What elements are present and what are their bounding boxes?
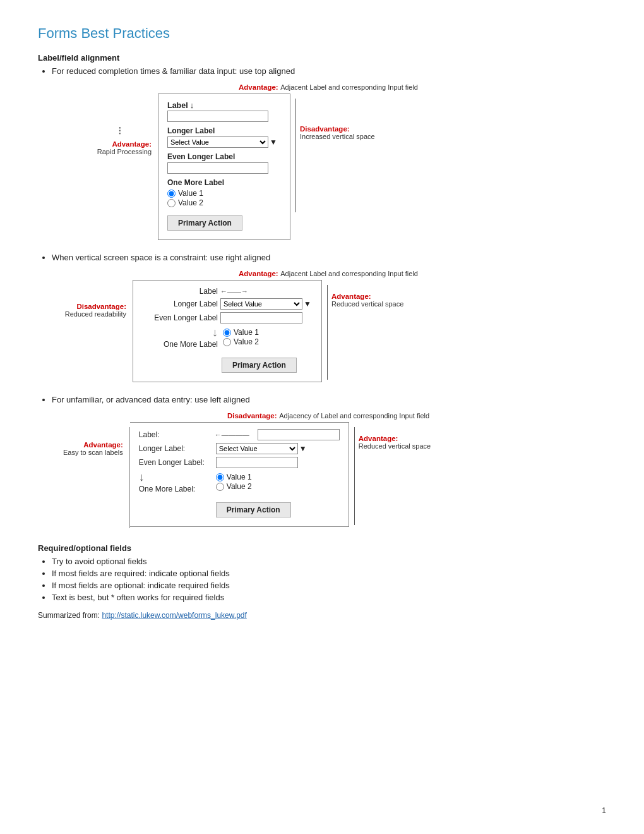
right-right-advantage: Advantage: Reduced vertical space xyxy=(328,280,403,308)
left-top-disadvantage-note: Disadvantage: Adjacency of Label and cor… xyxy=(51,411,606,420)
right-top-advantage-note: Advantage: Adjacent Label and correspond… xyxy=(51,269,606,278)
bullet-right-aligned: When vertical screen space is a constrai… xyxy=(52,253,606,262)
left-select[interactable]: Select Value xyxy=(216,443,298,454)
req-bullet-4: Text is best, but * often works for requ… xyxy=(52,593,606,602)
top-field-3[interactable] xyxy=(167,162,268,174)
label-field-section: Label/field alignment For reduced comple… xyxy=(38,53,606,528)
left-field-1[interactable] xyxy=(258,429,340,440)
right-aligned-form: Label ←——→ Longer Label Select Value ▼ E… xyxy=(133,280,322,382)
req-bullet-1: Try to avoid optional fields xyxy=(52,557,606,566)
left-field-3[interactable] xyxy=(216,457,298,468)
required-optional-heading: Required/optional fields xyxy=(38,543,606,553)
page-title: Forms Best Practices xyxy=(38,25,606,42)
top-aligned-form: Label ↓ Longer Label Select Value ▼ Even… xyxy=(158,94,290,240)
bullet-left-aligned: For unfamiliar, or advanced data entry: … xyxy=(52,395,606,404)
bullet-right-aligned-wrapper: When vertical screen space is a constrai… xyxy=(38,253,606,262)
right-disadvantage-label: Disadvantage: Increased vertical space xyxy=(296,94,375,140)
diagram-right-aligned: Advantage: Adjacent Label and correspond… xyxy=(51,269,606,382)
top-radio-group: Value 1 Value 2 xyxy=(167,189,281,207)
left-left-advantage: Advantage: Easy to scan labels xyxy=(63,422,129,456)
right-disadvantage xyxy=(290,94,296,215)
required-optional-section: Required/optional fields Try to avoid op… xyxy=(38,543,606,602)
left-advantage: ⁝ Advantage: Rapid Processing xyxy=(88,94,158,155)
diagram-top-aligned: Advantage: Adjacent Label and correspond… xyxy=(51,82,606,240)
required-optional-bullets: Try to avoid optional fields If most fie… xyxy=(38,557,606,602)
page-number: 1 xyxy=(602,806,606,815)
label-field-heading: Label/field alignment xyxy=(38,53,606,63)
top-field-1[interactable] xyxy=(167,111,268,122)
bullet-top-aligned: For reduced completion times & familiar … xyxy=(52,66,606,76)
top-primary-btn[interactable]: Primary Action xyxy=(167,215,242,231)
right-radio-group: Value 1 Value 2 xyxy=(223,328,259,347)
req-bullet-3: If most fields are optional: indicate re… xyxy=(52,581,606,590)
req-bullet-2: If most fields are required: indicate op… xyxy=(52,569,606,578)
left-right-advantage: Advantage: Reduced vertical space xyxy=(355,422,431,450)
label-field-bullets: For reduced completion times & familiar … xyxy=(38,66,606,76)
right-select[interactable]: Select Value xyxy=(220,298,302,310)
footer-link[interactable]: http://static.lukew.com/webforms_lukew.p… xyxy=(102,611,246,620)
left-primary-btn[interactable]: Primary Action xyxy=(216,502,291,517)
top-select[interactable]: Select Value xyxy=(167,136,268,148)
bullet-left-aligned-wrapper: For unfamiliar, or advanced data entry: … xyxy=(38,395,606,404)
diagram-left-aligned: Disadvantage: Adjacency of Label and cor… xyxy=(51,411,606,528)
right-left-disadvantage: Disadvantage: Reduced readability xyxy=(63,280,133,318)
right-field-3[interactable] xyxy=(220,312,302,323)
right-primary-btn[interactable]: Primary Action xyxy=(222,358,297,373)
footer: Summarized from: http://static.lukew.com… xyxy=(38,611,606,620)
top-advantage-note: Advantage: Adjacent Label and correspond… xyxy=(51,82,606,92)
left-aligned-form: Label: ←———— Longer Label: Select Value … xyxy=(130,422,349,527)
